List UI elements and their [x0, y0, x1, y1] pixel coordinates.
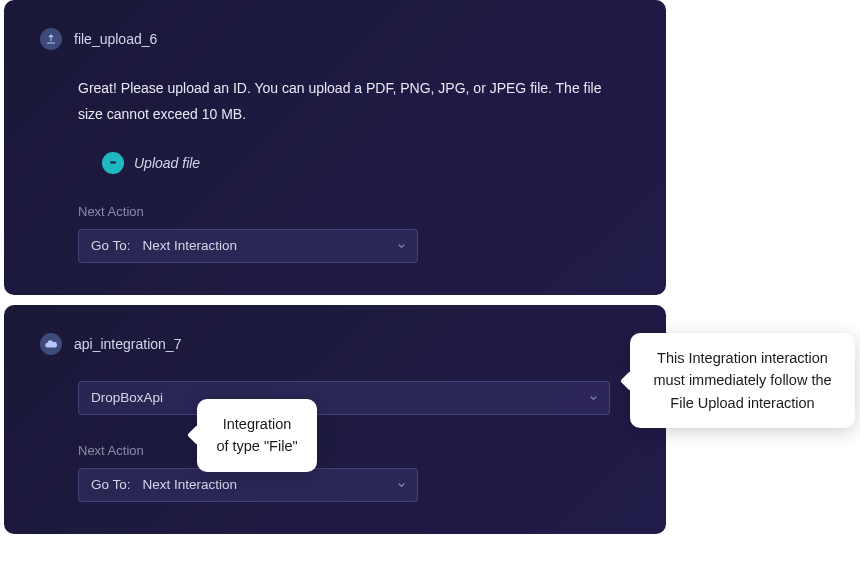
chevron-down-icon — [396, 240, 407, 251]
upload-file-row[interactable]: Upload file — [102, 152, 630, 174]
card-header: api_integration_7 — [40, 333, 630, 355]
card-title: file_upload_6 — [74, 31, 157, 47]
next-action-select[interactable]: Go To: Next Interaction — [78, 468, 418, 502]
tooltip-text: This Integration interaction must immedi… — [653, 350, 831, 411]
next-action-label: Next Action — [78, 204, 630, 219]
file-upload-icon — [40, 28, 62, 50]
chevron-down-icon — [588, 392, 599, 403]
chat-bubble-icon — [102, 152, 124, 174]
tooltip-text: Integration of type "File" — [216, 416, 297, 454]
card-header: file_upload_6 — [40, 28, 630, 50]
integration-select[interactable]: DropBoxApi — [78, 381, 610, 415]
chevron-down-icon — [396, 479, 407, 490]
svg-point-3 — [114, 162, 115, 163]
instruction-text: Great! Please upload an ID. You can uplo… — [78, 76, 630, 128]
upload-file-label: Upload file — [134, 155, 200, 171]
svg-point-1 — [111, 162, 112, 163]
svg-point-2 — [112, 162, 113, 163]
file-upload-card: file_upload_6 Great! Please upload an ID… — [4, 0, 666, 295]
goto-value: Next Interaction — [143, 477, 238, 492]
tooltip-integration-type: Integration of type "File" — [197, 399, 317, 472]
goto-prefix: Go To: — [91, 238, 131, 253]
api-integration-card: api_integration_7 DropBoxApi Next Action… — [4, 305, 666, 534]
integration-value: DropBoxApi — [91, 390, 163, 405]
goto-prefix: Go To: — [91, 477, 131, 492]
tooltip-follow-note: This Integration interaction must immedi… — [630, 333, 855, 428]
goto-value: Next Interaction — [143, 238, 238, 253]
next-action-label: Next Action — [78, 443, 630, 458]
next-action-select[interactable]: Go To: Next Interaction — [78, 229, 418, 263]
card-title: api_integration_7 — [74, 336, 181, 352]
cloud-icon — [40, 333, 62, 355]
